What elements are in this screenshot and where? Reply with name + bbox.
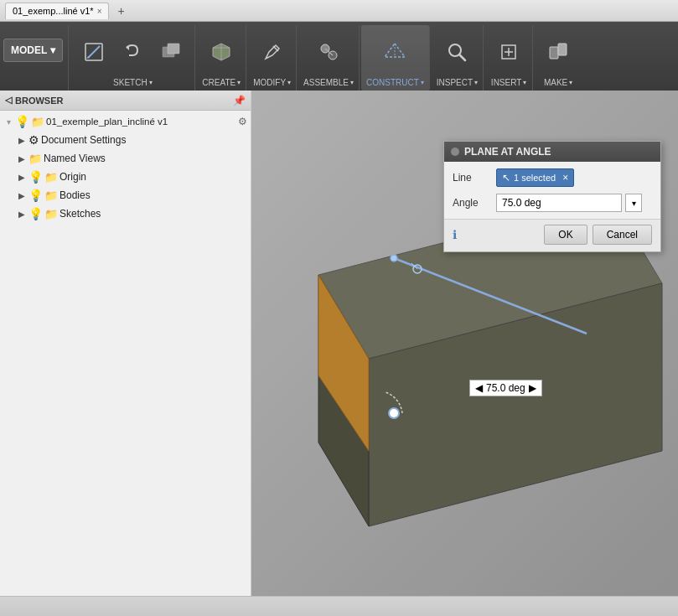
- new-tab-button[interactable]: +: [114, 4, 127, 18]
- browser-title: BROWSER: [15, 96, 63, 106]
- model-menu-button[interactable]: MODEL ▾: [3, 39, 63, 62]
- settings-icon[interactable]: ⚙: [238, 116, 247, 127]
- toolbar-group-modify: MODIFY ▾: [248, 25, 297, 91]
- cursor-icon: ↖: [502, 172, 510, 184]
- bulb-icon-origin: 💡: [28, 170, 43, 184]
- dialog-buttons: ℹ OK Cancel: [444, 219, 660, 251]
- modify-group-label: MODIFY ▾: [253, 78, 291, 91]
- angle-value-label: 75.0 deg: [486, 382, 525, 394]
- toolbar-group-inspect: INSPECT ▾: [432, 25, 484, 91]
- inspect-group-label: INSPECT ▾: [437, 78, 478, 91]
- tree-item-doc-settings-label: Document Settings: [41, 134, 126, 146]
- folder-icon-bodies: 📁: [44, 189, 58, 202]
- svg-line-1: [88, 46, 100, 58]
- toolbar-group-insert: INSERT ▾: [485, 25, 533, 91]
- folder-icon-origin: 📁: [44, 171, 58, 184]
- tab-label: 01_exemp...liné v1*: [13, 6, 94, 16]
- dialog-title: PLANE AT ANGLE: [464, 146, 551, 158]
- bulb-icon-bodies: 💡: [28, 189, 43, 202]
- sketch-create-button[interactable]: [75, 30, 112, 74]
- info-icon: ℹ: [453, 228, 457, 241]
- assemble-button[interactable]: [310, 30, 347, 74]
- folder-icon-root: 📁: [31, 116, 44, 128]
- svg-line-15: [459, 54, 465, 60]
- insert-button[interactable]: [490, 30, 527, 74]
- angle-label: Angle: [453, 197, 491, 209]
- title-bar: 01_exemp...liné v1* × +: [0, 0, 678, 22]
- tree-item-sketches[interactable]: ▶ 💡 📁 Sketches: [0, 204, 251, 223]
- bulb-icon: 💡: [15, 115, 29, 128]
- svg-rect-5: [168, 44, 179, 54]
- dialog-header: PLANE AT ANGLE: [444, 142, 660, 162]
- viewport[interactable]: ◀ 75.0 deg ▶ PLANE AT ANGLE Line ↖ 1 sel…: [251, 91, 678, 596]
- tree-item-root[interactable]: ▾ 💡 📁 01_exemple_plan_incliné v1 ⚙: [0, 112, 251, 131]
- tree-item-origin-label: Origin: [60, 171, 86, 183]
- tab-close-button[interactable]: ×: [97, 7, 102, 16]
- model-label: MODEL: [11, 44, 47, 56]
- angle-arrow-right[interactable]: ▶: [529, 382, 536, 394]
- toolbar-group-create: CREATE ▾: [197, 25, 246, 91]
- construct-group-label: CONSTRUCT ▾: [366, 78, 424, 91]
- tree-item-bodies[interactable]: ▶ 💡 📁 Bodies: [0, 186, 251, 204]
- create-group-label: CREATE ▾: [202, 78, 241, 91]
- redo-button[interactable]: [153, 30, 189, 74]
- angle-arrow-left[interactable]: ◀: [475, 382, 483, 394]
- toolbar: MODEL ▾: [0, 22, 678, 91]
- assemble-group-label: ASSEMBLE ▾: [303, 78, 354, 91]
- angle-row: Angle ▾: [453, 194, 652, 212]
- tree-item-origin[interactable]: ▶ 💡 📁 Origin: [0, 168, 251, 186]
- folder-icon-named-views: 📁: [28, 153, 42, 165]
- svg-rect-20: [558, 44, 567, 55]
- tree-item-root-label: 01_exemple_plan_incliné v1: [46, 116, 168, 127]
- angle-input[interactable]: [496, 194, 622, 212]
- angle-input-row: ▾: [496, 194, 642, 212]
- make-group-label: MAKE ▾: [544, 78, 572, 91]
- angle-label-on-model: ◀ 75.0 deg ▶: [469, 380, 542, 396]
- selection-clear-button[interactable]: ×: [562, 172, 568, 184]
- svg-marker-3: [126, 45, 129, 50]
- tree-item-named-views-label: Named Views: [44, 153, 106, 164]
- svg-point-26: [391, 255, 397, 261]
- content-area: ◁ BROWSER 📌 ▾ 💡 📁 01_exemple_plan_inclin…: [0, 91, 678, 596]
- line-row: Line ↖ 1 selected ×: [453, 168, 652, 187]
- toolbar-group-construct: CONSTRUCT ▾: [361, 25, 430, 91]
- folder-icon-sketches: 📁: [44, 208, 58, 220]
- tree-item-doc-settings[interactable]: ▶ ⚙ Document Settings: [0, 131, 251, 149]
- angle-dropdown-button[interactable]: ▾: [625, 194, 642, 212]
- browser-tree: ▾ 💡 📁 01_exemple_plan_incliné v1 ⚙ ▶ ⚙ D…: [0, 111, 251, 596]
- settings-gear-icon: ⚙: [28, 133, 39, 147]
- plane-at-angle-dialog: PLANE AT ANGLE Line ↖ 1 selected × Angle: [443, 141, 661, 252]
- dialog-close-button[interactable]: [451, 148, 459, 156]
- make-button[interactable]: [540, 30, 577, 74]
- document-tab[interactable]: 01_exemp...liné v1* ×: [5, 3, 109, 19]
- selection-text: 1 selected: [514, 173, 556, 183]
- bulb-icon-sketches: 💡: [28, 207, 43, 220]
- modify-button[interactable]: [254, 30, 291, 74]
- ok-button[interactable]: OK: [544, 225, 587, 245]
- toolbar-group-make: MAKE ▾: [535, 25, 582, 91]
- browser-pin-icon[interactable]: 📌: [233, 95, 246, 106]
- insert-group-label: INSERT ▾: [491, 78, 527, 91]
- svg-point-27: [389, 408, 399, 418]
- undo-button[interactable]: [114, 30, 151, 74]
- toolbar-group-assemble: ASSEMBLE ▾: [298, 25, 360, 91]
- browser-header: ◁ BROWSER 📌: [0, 91, 251, 111]
- model-arrow: ▾: [50, 44, 55, 56]
- browser-collapse-icon[interactable]: ◁: [5, 95, 12, 106]
- dialog-body: Line ↖ 1 selected × Angle ▾: [444, 162, 660, 219]
- line-label: Line: [453, 172, 491, 184]
- inspect-button[interactable]: [438, 30, 475, 74]
- sketch-group-label: SKETCH ▾: [113, 78, 153, 91]
- line-selection-box[interactable]: ↖ 1 selected ×: [496, 168, 574, 187]
- cancel-button[interactable]: Cancel: [593, 225, 652, 245]
- status-bar: [0, 596, 678, 616]
- tree-item-bodies-label: Bodies: [60, 189, 91, 201]
- construct-button[interactable]: [376, 30, 413, 74]
- tree-item-sketches-label: Sketches: [60, 208, 101, 220]
- tree-item-named-views[interactable]: ▶ 📁 Named Views: [0, 149, 251, 168]
- svg-rect-19: [550, 47, 558, 59]
- toolbar-group-sketch: SKETCH ▾: [70, 25, 195, 91]
- create-box-button[interactable]: [203, 30, 240, 74]
- browser-panel: ◁ BROWSER 📌 ▾ 💡 📁 01_exemple_plan_inclin…: [0, 91, 251, 596]
